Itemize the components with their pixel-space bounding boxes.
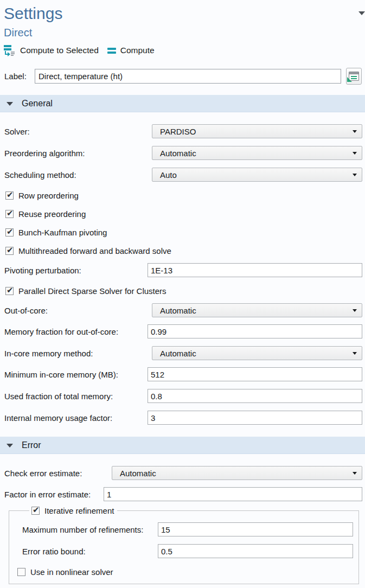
preordering-algorithm-select[interactable]: Automatic — [152, 146, 362, 160]
compute-label: Compute — [120, 46, 155, 55]
toolbar: Compute to Selected Compute — [4, 44, 365, 57]
internal-memory-usage-row: Internal memory usage factor: — [4, 411, 362, 425]
solver-value: PARDISO — [160, 127, 196, 136]
used-fraction-row: Used fraction of total memory: — [4, 389, 362, 403]
bunch-kaufman-checkbox[interactable] — [5, 228, 14, 237]
internal-memory-usage-input[interactable] — [148, 411, 362, 425]
label-field-label: Label: — [4, 72, 35, 81]
bunch-kaufman-label: Bunch-Kaufman pivoting — [18, 228, 107, 237]
compute-to-selected-button[interactable]: Compute to Selected — [4, 45, 99, 56]
preordering-algorithm-value: Automatic — [160, 149, 196, 158]
minimum-in-core-memory-input[interactable] — [148, 367, 362, 381]
use-in-nonlinear-solver-row: Use in nonlinear solver — [16, 567, 353, 577]
out-of-core-select[interactable]: Automatic — [152, 303, 362, 317]
section-title: General — [22, 99, 53, 108]
internal-memory-usage-label: Internal memory usage factor: — [4, 413, 112, 423]
out-of-core-value: Automatic — [160, 306, 196, 315]
in-core-memory-method-row: In-core memory method: Automatic — [4, 346, 362, 360]
multithreaded-solve-checkbox[interactable] — [5, 247, 14, 255]
collapse-triangle-icon — [7, 102, 13, 106]
out-of-core-label: Out-of-core: — [4, 306, 48, 315]
factor-in-error-estimate-input[interactable] — [104, 487, 362, 501]
solver-label: Solver: — [4, 127, 30, 136]
maximum-refinements-label: Maximum number of refinements: — [22, 525, 143, 534]
memory-fraction-row: Memory fraction for out-of-core: — [4, 324, 362, 338]
iterative-refinement-legend: Iterative refinement — [29, 506, 117, 515]
parallel-direct-sparse-checkbox[interactable] — [5, 287, 14, 295]
page-title: Settings — [4, 3, 365, 24]
in-core-memory-method-select[interactable]: Automatic — [152, 346, 362, 360]
compute-button[interactable]: Compute — [107, 46, 155, 55]
scheduling-method-row: Scheduling method: Auto — [4, 168, 362, 182]
in-core-memory-method-label: In-core memory method: — [4, 349, 93, 358]
row-preordering-row: Row preordering — [4, 190, 362, 200]
in-core-memory-method-value: Automatic — [160, 349, 196, 358]
dropdown-arrow-icon — [353, 152, 357, 155]
reuse-preordering-label: Reuse preordering — [18, 209, 86, 219]
dropdown-arrow-icon — [353, 352, 357, 355]
check-error-estimate-value: Automatic — [120, 469, 156, 478]
factor-in-error-estimate-label: Factor in error estimate: — [4, 490, 91, 499]
label-row: Label: — [4, 68, 362, 85]
check-error-estimate-label: Check error estimate: — [4, 469, 82, 478]
iterative-refinement-checkbox[interactable] — [31, 507, 40, 515]
section-error: Error Check error estimate: Automatic Fa… — [0, 437, 365, 584]
dropdown-arrow-icon — [353, 472, 357, 475]
pivoting-perturbation-row: Pivoting perturbation: — [4, 263, 362, 277]
factor-in-error-estimate-row: Factor in error estimate: — [4, 487, 362, 501]
section-header-general[interactable]: General — [0, 95, 365, 112]
used-fraction-input[interactable] — [148, 389, 362, 403]
memory-fraction-input[interactable] — [148, 324, 362, 338]
bunch-kaufman-row: Bunch-Kaufman pivoting — [4, 227, 362, 237]
maximum-refinements-row: Maximum number of refinements: — [22, 522, 353, 536]
section-title: Error — [22, 440, 41, 450]
error-ratio-bound-label: Error ratio bound: — [22, 547, 86, 556]
minimum-in-core-memory-label: Minimum in-core memory (MB): — [4, 370, 118, 379]
compute-to-selected-label: Compute to Selected — [20, 46, 99, 55]
scheduling-method-label: Scheduling method: — [4, 170, 76, 180]
multithreaded-solve-label: Multithreaded forward and backward solve — [18, 246, 171, 255]
pivoting-perturbation-label: Pivoting perturbation: — [4, 266, 81, 275]
dropdown-arrow-icon — [353, 174, 357, 176]
node-title: Direct — [4, 26, 365, 39]
solver-row: Solver: PARDISO — [4, 124, 362, 138]
dropdown-arrow-icon — [353, 130, 357, 133]
used-fraction-label: Used fraction of total memory: — [4, 392, 113, 401]
pivoting-perturbation-input[interactable] — [148, 263, 362, 277]
section-header-error[interactable]: Error — [0, 437, 365, 454]
minimum-in-core-memory-row: Minimum in-core memory (MB): — [4, 367, 362, 381]
check-error-estimate-select[interactable]: Automatic — [112, 466, 362, 480]
maximum-refinements-input[interactable] — [158, 522, 353, 536]
compute-equals-icon — [107, 47, 116, 54]
solver-select[interactable]: PARDISO — [152, 124, 362, 138]
use-in-nonlinear-solver-label: Use in nonlinear solver — [30, 567, 113, 577]
error-ratio-bound-input[interactable] — [158, 544, 353, 558]
row-preordering-checkbox[interactable] — [5, 191, 14, 200]
preordering-algorithm-row: Preordering algorithm: Automatic — [4, 146, 362, 160]
label-input[interactable] — [35, 69, 341, 84]
out-of-core-row: Out-of-core: Automatic — [4, 303, 362, 317]
use-in-nonlinear-solver-checkbox[interactable] — [17, 568, 25, 576]
show-label-window-icon — [349, 72, 359, 81]
error-ratio-bound-row: Error ratio bound: — [22, 544, 353, 558]
row-preordering-label: Row preordering — [18, 191, 79, 200]
collapse-triangle-icon — [7, 444, 13, 448]
section-body-general: Solver: PARDISO Preordering algorithm: A… — [0, 112, 365, 425]
settings-panel: Settings Direct Compute to Selected Comp… — [0, 3, 365, 588]
memory-fraction-label: Memory fraction for out-of-core: — [4, 327, 118, 336]
scheduling-method-select[interactable]: Auto — [152, 168, 362, 182]
section-body-error: Check error estimate: Automatic Factor i… — [0, 454, 365, 584]
parallel-direct-sparse-row: Parallel Direct Sparse Solver for Cluste… — [4, 286, 362, 296]
iterative-refinement-group: Iterative refinement Maximum number of r… — [9, 506, 359, 584]
section-general: General Solver: PARDISO Preordering algo… — [0, 95, 365, 425]
reuse-preordering-row: Reuse preordering — [4, 209, 362, 219]
show-label-window-button[interactable] — [346, 68, 362, 85]
iterative-refinement-label: Iterative refinement — [44, 506, 114, 515]
parallel-direct-sparse-label: Parallel Direct Sparse Solver for Cluste… — [18, 286, 167, 296]
scheduling-method-value: Auto — [160, 170, 177, 180]
chevron-down-icon[interactable] — [358, 11, 365, 15]
reuse-preordering-checkbox[interactable] — [5, 210, 14, 218]
compute-to-selected-icon — [4, 45, 16, 56]
multithreaded-solve-row: Multithreaded forward and backward solve — [4, 246, 362, 255]
check-error-estimate-row: Check error estimate: Automatic — [4, 466, 362, 480]
